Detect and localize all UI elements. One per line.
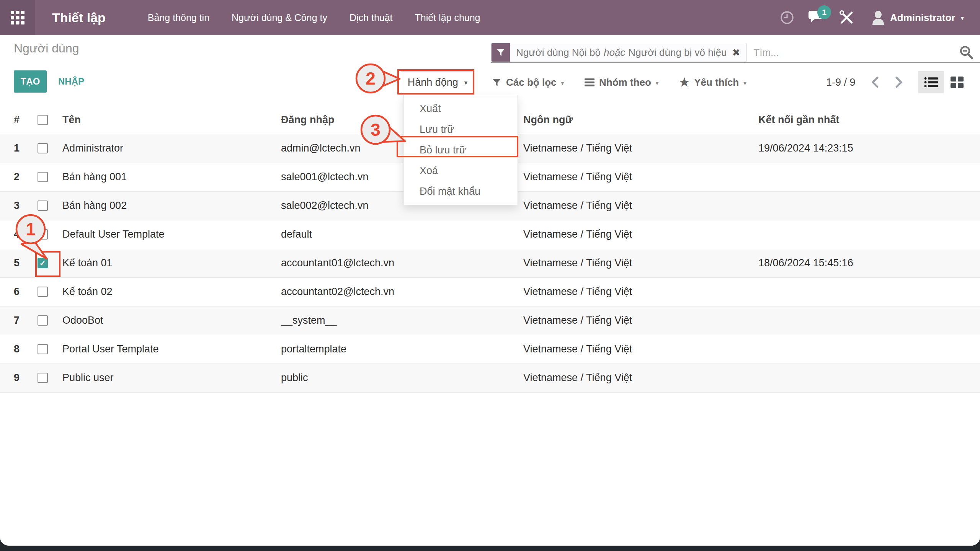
filter-facet-icon (492, 43, 510, 62)
funnel-icon (492, 78, 501, 87)
row-checkbox[interactable] (38, 287, 48, 297)
row-number: 4 (0, 220, 29, 249)
kanban-view-icon (951, 77, 964, 88)
row-number: 2 (0, 163, 29, 191)
header-index: # (0, 106, 29, 134)
row-language: Vietnamese / Tiếng Việt (523, 306, 758, 335)
table-row[interactable]: 7 OdooBot __system__ Vietnamese / Tiếng … (0, 306, 980, 335)
action-menu-item[interactable]: Đổi mật khẩu (403, 181, 518, 202)
top-menu: Bảng thông tinNgười dùng & Công tyDịch t… (148, 12, 480, 23)
debug-tools-button[interactable] (832, 0, 862, 35)
action-dropdown-button[interactable]: Hành động▾ (401, 71, 474, 93)
search-input[interactable]: Tìm... (746, 47, 959, 59)
action-dropdown-menu: XuấtLưu trữBỏ lưu trữXoáĐổi mật khẩu (403, 95, 518, 205)
pager-range: 1-9 / 9 (826, 77, 856, 88)
action-menu-item[interactable]: Bỏ lưu trữ (403, 140, 518, 160)
row-last-connection: 18/06/2024 15:45:16 (758, 249, 980, 277)
row-login: public (281, 364, 523, 392)
apps-menu-button[interactable] (0, 0, 35, 35)
user-menu[interactable]: Administrator ▾ (872, 10, 964, 25)
row-checkbox-cell[interactable] (29, 364, 57, 392)
top-menu-item-3[interactable]: Thiết lập chung (415, 12, 480, 23)
facet-remove-icon[interactable]: ✖ (732, 43, 746, 62)
pager-previous-button[interactable] (871, 77, 879, 88)
row-checkbox[interactable] (38, 172, 48, 182)
row-last-connection (758, 335, 980, 364)
search-facet[interactable]: Người dùng Nội bộ hoặc Người dùng bị vô … (491, 43, 746, 62)
activities-button[interactable] (772, 0, 802, 35)
header-name[interactable]: Tên (57, 106, 281, 134)
search-facet-label: Người dùng Nội bộ hoặc Người dùng bị vô … (510, 43, 732, 62)
import-button[interactable]: NHẬP (58, 70, 84, 93)
row-language: Vietnamese / Tiếng Việt (523, 134, 758, 163)
row-language: Vietnamese / Tiếng Việt (523, 220, 758, 249)
row-checkbox[interactable] (38, 315, 48, 326)
list-view-icon (924, 77, 938, 88)
row-name: Default User Template (57, 220, 281, 249)
avatar-icon (872, 10, 885, 25)
top-menu-item-1[interactable]: Người dùng & Công ty (232, 12, 327, 23)
messages-count-badge: 1 (817, 5, 831, 19)
tools-icon (839, 10, 854, 25)
row-checkbox-cell[interactable] (29, 191, 57, 220)
table-row[interactable]: 6 Kế toán 02 accountant02@lctech.vn Viet… (0, 277, 980, 306)
create-button[interactable]: TẠO (14, 70, 47, 93)
row-name: Bán hàng 001 (57, 163, 281, 191)
kanban-view-button[interactable] (944, 71, 970, 93)
table-row[interactable]: 4 Default User Template default Vietname… (0, 220, 980, 249)
row-checkbox-cell[interactable] (29, 249, 57, 277)
clock-icon (780, 11, 794, 24)
chevron-down-icon: ▾ (960, 15, 964, 21)
app-name-settings[interactable]: Thiết lập (52, 10, 106, 25)
row-checkbox-cell[interactable] (29, 335, 57, 364)
group-by-icon (585, 78, 595, 87)
groupby-button[interactable]: Nhóm theo▾ (585, 77, 658, 88)
row-checkbox-cell[interactable] (29, 134, 57, 163)
row-login: __system__ (281, 306, 523, 335)
header-select-all[interactable] (29, 106, 57, 134)
top-bar: Thiết lập Bảng thông tinNgười dùng & Côn… (0, 0, 980, 35)
table-row[interactable]: 8 Portal User Template portaltemplate Vi… (0, 335, 980, 364)
top-menu-item-2[interactable]: Dịch thuật (350, 12, 393, 23)
row-checkbox[interactable] (38, 229, 48, 240)
row-checkbox-cell[interactable] (29, 220, 57, 249)
search-options: Các bộ lọc▾ Nhóm theo▾ ★ Yêu thích▾ (492, 71, 746, 93)
table-row[interactable]: 9 Public user public Vietnamese / Tiếng … (0, 364, 980, 392)
row-last-connection (758, 277, 980, 306)
row-login: accountant01@lctech.vn (281, 249, 523, 277)
row-checkbox[interactable] (38, 344, 48, 354)
favorites-button[interactable]: ★ Yêu thích▾ (679, 77, 746, 88)
row-last-connection (758, 163, 980, 191)
row-checkbox-cell[interactable] (29, 306, 57, 335)
header-last-connection[interactable]: Kết nối gần nhất (758, 106, 980, 134)
row-checkbox[interactable] (38, 373, 48, 383)
row-checkbox-cell[interactable] (29, 277, 57, 306)
table-row[interactable]: 5 Kế toán 01 accountant01@lctech.vn Viet… (0, 249, 980, 277)
star-icon: ★ (679, 77, 689, 88)
select-all-checkbox[interactable] (38, 115, 48, 125)
pager: 1-9 / 9 (826, 71, 903, 93)
row-checkbox[interactable] (38, 143, 48, 153)
action-menu-item[interactable]: Xoá (403, 160, 518, 181)
top-menu-item-0[interactable]: Bảng thông tin (148, 12, 209, 23)
row-checkbox[interactable] (38, 201, 48, 211)
row-language: Vietnamese / Tiếng Việt (523, 277, 758, 306)
row-checkbox-cell[interactable] (29, 163, 57, 191)
action-menu-item[interactable]: Lưu trữ (403, 119, 518, 140)
messages-button[interactable]: 1 (802, 0, 832, 35)
row-last-connection: 19/06/2024 14:23:15 (758, 134, 980, 163)
row-name: Administrator (57, 134, 281, 163)
odoo-window: Thiết lập Bảng thông tinNgười dùng & Côn… (0, 0, 980, 546)
row-checkbox[interactable] (38, 258, 48, 268)
pager-next-button[interactable] (895, 77, 903, 88)
row-language: Vietnamese / Tiếng Việt (523, 163, 758, 191)
chevron-down-icon: ▾ (464, 80, 468, 86)
header-language[interactable]: Ngôn ngữ (523, 106, 758, 134)
search-icon[interactable] (959, 45, 974, 60)
row-language: Vietnamese / Tiếng Việt (523, 364, 758, 392)
page-title: Người dùng (14, 41, 79, 55)
action-menu-item[interactable]: Xuất (403, 98, 518, 119)
row-last-connection (758, 306, 980, 335)
filters-button[interactable]: Các bộ lọc▾ (492, 77, 564, 88)
list-view-button[interactable] (918, 71, 944, 93)
